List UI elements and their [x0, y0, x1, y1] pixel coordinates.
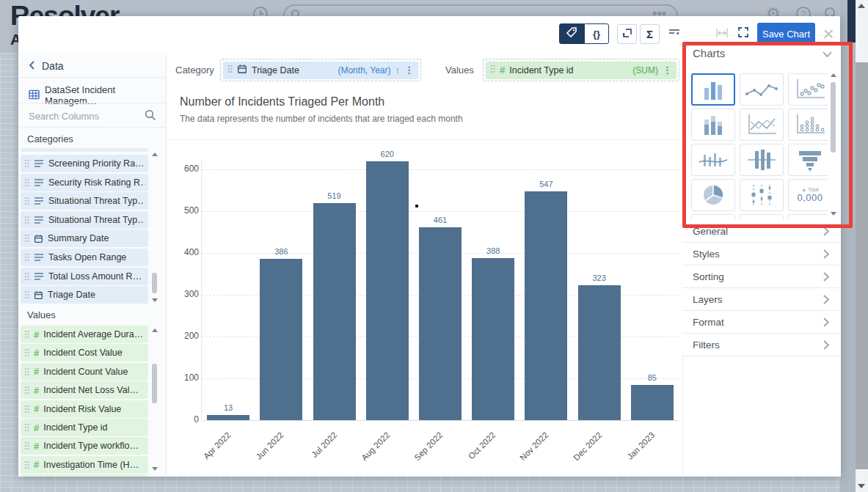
drag-handle-icon[interactable] [24, 460, 29, 469]
scrollbar-thumb[interactable] [152, 364, 157, 403]
scrollbar-thumb[interactable] [152, 273, 157, 293]
section-label: Styles [693, 249, 720, 260]
expression-mode-button[interactable]: {} [584, 23, 609, 44]
section-label: Format [693, 317, 724, 328]
list-item[interactable]: #Incident Type workflo… [21, 437, 148, 455]
column-label: Summary Date [48, 233, 109, 243]
category-pill-format[interactable]: (Month, Year) [338, 65, 390, 76]
category-pill[interactable]: Triage Date (Month, Year) ↑ ⋮ [223, 62, 418, 79]
drag-handle-icon[interactable] [24, 348, 29, 357]
search-columns-input[interactable]: Search Columns [29, 109, 156, 123]
scroll-down-icon[interactable] [152, 467, 158, 471]
scroll-down-icon[interactable] [858, 484, 865, 488]
drag-handle-icon[interactable] [24, 272, 29, 281]
list-item[interactable]: #Incident Risk Value [21, 400, 148, 418]
scroll-down-icon[interactable] [152, 298, 158, 302]
categories-scrollbar[interactable] [150, 153, 159, 302]
drag-handle-icon[interactable] [24, 234, 29, 243]
sum-button[interactable]: Σ [640, 24, 660, 44]
categories-list: Screening Priority Ra…Security Risk Rati… [21, 148, 150, 305]
drag-handle-icon[interactable] [490, 65, 495, 76]
section-row-styles[interactable]: Styles [682, 243, 839, 265]
drag-handle-icon[interactable] [24, 216, 29, 224]
hash-icon: # [34, 422, 39, 433]
column-label: Incident Cost Value [43, 348, 122, 358]
sort-ascending-icon[interactable]: ↑ [395, 65, 401, 76]
drag-handle-icon[interactable] [24, 367, 29, 376]
section-row-sorting[interactable]: Sorting [682, 265, 839, 288]
label-mode-button[interactable] [559, 23, 584, 44]
drag-handle-icon[interactable] [227, 65, 233, 76]
list-item-partial[interactable] [21, 148, 148, 152]
list-item[interactable]: #Incident Net Loss Val… [21, 381, 148, 399]
values-scrollbar[interactable] [150, 328, 159, 472]
list-item[interactable]: #Incident Average Dura… [21, 326, 148, 343]
list-item[interactable]: Tasks Open Range [21, 249, 148, 266]
browser-scrollbar[interactable] [856, 0, 868, 492]
list-item[interactable]: #Incident Count Value [21, 363, 148, 381]
chevron-right-icon[interactable] [823, 340, 829, 350]
bar[interactable] [207, 415, 249, 420]
bar[interactable] [525, 191, 567, 420]
calendar-icon [34, 234, 43, 243]
bar[interactable] [366, 161, 409, 420]
search-icon[interactable] [145, 109, 156, 123]
drag-handle-icon[interactable] [24, 405, 29, 414]
list-item-partial[interactable] [21, 474, 148, 477]
drag-handle-icon[interactable] [24, 441, 29, 450]
drag-handle-icon[interactable] [24, 330, 29, 339]
bar[interactable] [313, 203, 356, 420]
drag-handle-icon[interactable] [24, 159, 29, 168]
y-tick-label: 300 [180, 289, 199, 299]
close-icon[interactable]: × [820, 25, 837, 43]
bar[interactable] [260, 259, 302, 420]
column-label: Investigation Time (H… [43, 460, 139, 470]
scrollbar-thumb[interactable] [856, 62, 868, 469]
bar[interactable] [631, 385, 674, 420]
drag-handle-icon[interactable] [24, 423, 29, 432]
scroll-up-icon[interactable] [152, 328, 158, 332]
list-item[interactable]: #Investigation Time (H… [21, 456, 148, 474]
category-drop-zone[interactable]: Triage Date (Month, Year) ↑ ⋮ [220, 59, 421, 81]
list-item[interactable]: Summary Date [21, 230, 148, 247]
drag-handle-icon[interactable] [24, 253, 29, 262]
tag-icon [566, 26, 577, 41]
list-item[interactable]: Security Risk Rating R… [21, 174, 148, 191]
scroll-up-icon[interactable] [858, 4, 865, 8]
section-row-layers[interactable]: Layers [682, 288, 839, 311]
kebab-menu-icon[interactable]: ⋮ [663, 65, 672, 76]
chevron-right-icon[interactable] [823, 272, 829, 282]
list-item[interactable]: Triage Date [21, 286, 148, 304]
chevron-right-icon[interactable] [823, 249, 829, 259]
list-item[interactable]: Total Loss Amount R… [21, 268, 148, 285]
drag-handle-icon[interactable] [24, 197, 29, 205]
chevron-right-icon[interactable] [823, 295, 829, 304]
transpose-button[interactable] [617, 24, 637, 44]
drag-handle-icon[interactable] [24, 178, 29, 187]
fullscreen-button[interactable] [734, 24, 753, 43]
drag-handle-icon[interactable] [24, 386, 29, 394]
bar[interactable] [472, 258, 514, 420]
bar[interactable] [419, 227, 462, 420]
sort-button[interactable] [665, 24, 684, 43]
fullscreen-icon [737, 26, 750, 42]
values-pill[interactable]: # Incident Type id (SUM) ⋮ [486, 62, 676, 79]
bar-width-button[interactable] [712, 25, 731, 43]
values-pill-aggregation[interactable]: (SUM) [632, 65, 658, 76]
list-item[interactable]: #Incident Cost Value [21, 344, 148, 361]
section-row-format[interactable]: Format [682, 311, 839, 334]
section-row-filters[interactable]: Filters [682, 334, 839, 356]
kebab-menu-icon[interactable]: ⋮ [404, 65, 414, 76]
gridline [202, 211, 679, 212]
back-chevron-icon[interactable] [29, 60, 34, 72]
list-item[interactable]: Screening Priority Ra… [21, 155, 148, 172]
chevron-right-icon[interactable] [823, 317, 829, 327]
bar[interactable] [578, 285, 621, 420]
drag-handle-icon[interactable] [24, 290, 29, 299]
list-item[interactable]: Situational Threat Typ… [21, 211, 148, 229]
values-drop-zone[interactable]: # Incident Type id (SUM) ⋮ [483, 59, 679, 81]
list-item[interactable]: Situational Threat Typ… [21, 192, 148, 210]
y-tick-label: 400 [180, 247, 199, 257]
list-item[interactable]: #Incident Type id [21, 419, 148, 436]
scroll-up-icon[interactable] [152, 153, 158, 156]
